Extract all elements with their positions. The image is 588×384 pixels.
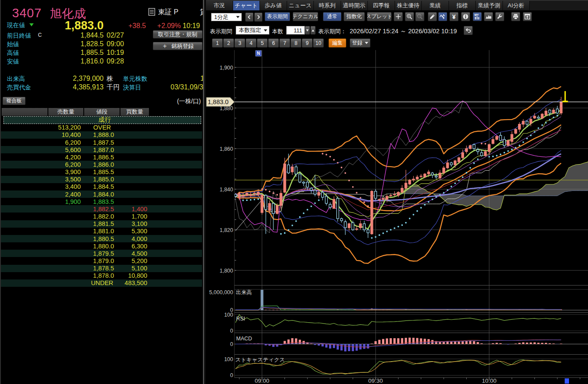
register-preset-button[interactable]: 登録 — [350, 38, 370, 48]
register-preset-label: 登録 — [352, 39, 363, 47]
sell-quantity — [1, 272, 81, 279]
indexed-mode-button[interactable]: 指数化 — [344, 12, 365, 21]
buy-quantity: 3,100 — [117, 220, 147, 228]
trend-cursor-icon[interactable] — [438, 12, 447, 21]
price-level: 1,884.5 — [85, 183, 114, 190]
tab-0[interactable]: 市況 — [206, 1, 233, 10]
tab-7[interactable]: 株主優待 — [395, 1, 422, 10]
tab-1[interactable]: チャート — [233, 1, 260, 10]
tab-10[interactable]: 業績予測 — [476, 1, 503, 10]
composite-board-button[interactable]: 複合板 — [3, 97, 25, 105]
board-row[interactable]: 1,880.0 6,300 — [1, 242, 202, 250]
board-row[interactable]: 1,900 1,883.5 — [1, 198, 202, 205]
board-row[interactable]: 1,882.0 1,700 — [1, 213, 202, 220]
tab-4[interactable]: 時系列 — [314, 1, 341, 10]
display-period-button[interactable]: 表示期間 — [265, 12, 290, 21]
count-mode-value: 本数指定 — [239, 26, 261, 34]
stock-code: 3407 — [12, 6, 42, 20]
count-increment-button[interactable] — [310, 26, 316, 35]
board-row[interactable]: 513,200 OVER — [1, 124, 202, 131]
board-row[interactable]: 6,200 1,887.5 — [1, 139, 202, 146]
preset-number-button[interactable]: 6 — [268, 38, 279, 48]
preset-number-button[interactable]: 8 — [291, 38, 301, 48]
board-row[interactable]: 1,878.0 10,800 — [1, 272, 202, 279]
info-icon[interactable] — [461, 12, 470, 21]
count-mode-select[interactable]: 本数指定 — [236, 26, 269, 35]
edit-button[interactable]: 編集 — [329, 38, 346, 48]
sell-quantity — [1, 205, 81, 213]
tab-11[interactable]: AI分析 — [503, 1, 530, 10]
sell-quantity — [1, 265, 81, 272]
add-chart-icon[interactable] — [394, 12, 403, 21]
preset-number-button[interactable]: 9 — [302, 38, 313, 48]
count-input[interactable]: 111 — [286, 26, 305, 35]
market-order-row[interactable]: 成行 — [3, 116, 201, 124]
count-decrement-button[interactable] — [305, 26, 310, 35]
preset-number-button[interactable]: 1 — [212, 38, 223, 48]
prev-button[interactable] — [245, 13, 253, 22]
preset-number-button[interactable]: 10 — [313, 38, 324, 48]
trade-caution-button[interactable]: 取引注意・規制 — [153, 30, 202, 38]
price-level: 1,885.0 — [85, 176, 114, 183]
open-window-icon[interactable] — [523, 12, 532, 21]
board-row[interactable]: 3,900 1,885.5 — [1, 168, 202, 176]
interval-select[interactable]: 1分足 — [211, 13, 242, 21]
preset-number-button[interactable]: 4 — [246, 38, 256, 48]
board-row[interactable]: 1,879.5 4,500 — [1, 250, 202, 257]
panel-divider[interactable] — [203, 0, 206, 384]
board-row[interactable]: 1,881.5 3,100 — [1, 220, 202, 228]
interval-value: 1分足 — [214, 13, 228, 21]
price-level: 1,887.0 — [85, 146, 114, 153]
board-row[interactable]: 2,400 1,884.0 — [1, 190, 202, 198]
register-symbol-button[interactable]: ＋ 銘柄登録 — [153, 42, 202, 50]
board-row[interactable]: 4,200 1,886.5 — [1, 153, 202, 161]
tab-2[interactable]: 歩み値 — [260, 1, 287, 10]
zoom-out-icon[interactable] — [415, 12, 424, 21]
draw-pencil-icon[interactable] — [428, 12, 437, 21]
market-segment: 東証 P — [158, 8, 178, 17]
svg-text:1,820: 1,820 — [220, 227, 233, 233]
tab-8[interactable]: 業績 — [422, 1, 449, 10]
preset-number-button[interactable]: 7 — [279, 38, 290, 48]
candlestick-chart[interactable]: 1,9001,8801,8601,8401,8201,800N1,883.05,… — [206, 48, 588, 384]
settings-wrench-icon[interactable] — [495, 12, 504, 21]
sell-quantity — [1, 235, 81, 242]
board-row[interactable]: 1,879.0 5,200 — [1, 257, 202, 264]
preset-number-button[interactable]: 3 — [234, 38, 245, 48]
undo-range-icon[interactable] — [464, 26, 473, 35]
mountain-chart-icon[interactable] — [484, 12, 493, 21]
sell-quantity: 3,400 — [1, 183, 81, 190]
tab-9[interactable]: 指標 — [449, 1, 476, 10]
price-level: 1,881.5 — [85, 220, 114, 228]
next-button[interactable] — [254, 13, 262, 22]
board-document-icon[interactable] — [148, 8, 155, 18]
tab-3[interactable]: ニュース — [287, 1, 314, 10]
print-icon[interactable] — [511, 12, 520, 21]
board-row[interactable]: 1,882.5 1,400 — [1, 205, 202, 213]
board-row[interactable]: 10,400 1,888.0 — [1, 131, 202, 139]
technical-button[interactable]: テクニカル — [293, 12, 318, 21]
svg-text:1,840: 1,840 — [220, 187, 233, 193]
tab-5[interactable]: 適時開示 — [341, 1, 368, 10]
board-row[interactable]: 1,880.5 4,000 — [1, 235, 202, 242]
my-chart-icon[interactable]: MY — [473, 12, 482, 21]
board-row[interactable]: UNDER 483,500 — [1, 279, 202, 287]
sell-quantity — [1, 279, 81, 287]
preset-number-button[interactable]: 5 — [257, 38, 268, 48]
zoom-in-icon[interactable] — [405, 12, 414, 21]
spread-mode-button[interactable]: スプレッド — [367, 12, 392, 21]
sell-quantity: 3,900 — [1, 168, 81, 176]
preset-number-button[interactable]: 2 — [223, 38, 234, 48]
board-row[interactable]: 5,600 1,887.0 — [1, 146, 202, 153]
tab-6[interactable]: 四季報 — [368, 1, 395, 10]
price-level: 1,879.0 — [85, 257, 114, 264]
normal-mode-button[interactable]: 通常 — [323, 12, 341, 21]
yen-axis-icon[interactable]: ¥ — [449, 12, 458, 21]
board-row[interactable]: 1,878.5 5,100 — [1, 265, 202, 272]
board-row[interactable]: 1,881.0 5,300 — [1, 228, 202, 235]
board-row[interactable]: 3,400 1,884.5 — [1, 183, 202, 190]
board-row[interactable]: 6,200 1,886.0 — [1, 161, 202, 168]
sell-quantity: 4,200 — [1, 153, 81, 161]
board-row[interactable]: 3,500 1,885.0 — [1, 176, 202, 183]
price-level: 1,886.0 — [85, 161, 114, 168]
